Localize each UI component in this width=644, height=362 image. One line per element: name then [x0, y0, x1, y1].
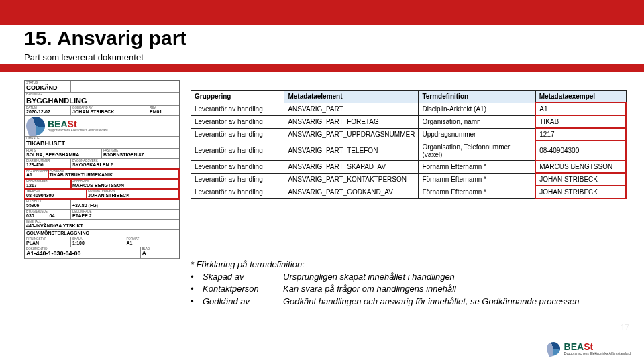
footer-brand: BEASt Byggbranschens Elektroniska Affärs… [547, 341, 631, 355]
table-row: Leverantör av handlingANSVARIG_PART_TELE… [191, 141, 627, 160]
col-metadataelement: Metadataelement [284, 90, 419, 103]
col-metadataexempel: Metadataexempel [535, 90, 626, 103]
table-row: Leverantör av handlingANSVARIG_PART_UPPD… [191, 128, 627, 141]
col-termdefinition: Termdefinition [419, 90, 535, 103]
table-row: Leverantör av handlingANSVARIG_PART_GODK… [191, 186, 627, 198]
page-subtitle: Part som levererat dokumentet [24, 52, 144, 62]
beast-logo-icon [25, 116, 48, 136]
table-row: Leverantör av handlingANSVARIG_PARTDisci… [191, 103, 627, 115]
table-row: Leverantör av handlingANSVARIG_PART_SKAP… [191, 160, 627, 173]
page-title: 15. Ansvarig part [24, 27, 186, 50]
table-row: Leverantör av handlingANSVARIG_PART_KONT… [191, 173, 627, 186]
page-number: 17 [621, 323, 629, 333]
header-band-top [0, 0, 644, 25]
metadata-table: Gruppering Metadataelement Termdefinitio… [191, 90, 627, 199]
explanation-lead: * Förklaring på termdefinition: [191, 259, 627, 271]
header-band-bottom [0, 64, 644, 72]
term-definition-explanation: * Förklaring på termdefinition: •Skapad … [191, 259, 627, 308]
table-row: Leverantör av handlingANSVARIG_PART_FORE… [191, 115, 627, 128]
beast-logo-icon [545, 340, 562, 357]
table-header-row: Gruppering Metadataelement Termdefinitio… [191, 90, 627, 103]
col-gruppering: Gruppering [191, 90, 284, 103]
title-block-form: STATUSGODKÄND HANDLINGBYGGHANDLING DATUM… [24, 80, 180, 259]
